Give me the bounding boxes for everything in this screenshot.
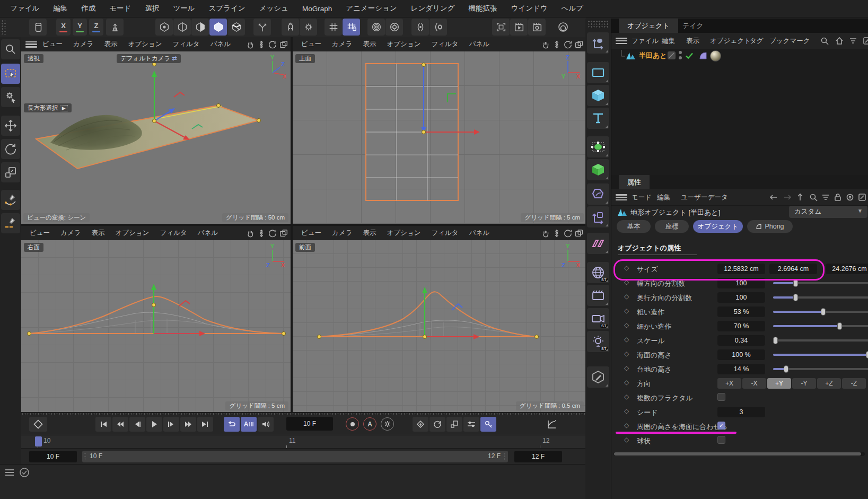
range-end-field[interactable]: 12 F	[514, 451, 562, 462]
status-check-icon[interactable]	[19, 467, 30, 478]
status-menu-icon[interactable]	[4, 468, 15, 477]
vp1-menu-filter[interactable]: フィルタ	[167, 40, 205, 49]
model-mode-button[interactable]	[173, 19, 191, 36]
depth-segments-slider[interactable]	[773, 295, 868, 300]
am-search-icon[interactable]	[808, 192, 819, 203]
point-mode-button[interactable]	[191, 19, 209, 36]
tab-phong[interactable]: Phong	[747, 220, 793, 233]
autokey-toggle-button[interactable]: A	[363, 417, 376, 431]
vp2-view-label[interactable]: 上面	[295, 54, 315, 63]
vp4-menu-filter[interactable]: フィルタ	[426, 229, 463, 238]
orientation-minus-y[interactable]: -Y	[792, 378, 816, 389]
menu-extensions[interactable]: 機能拡張	[462, 4, 504, 13]
om-home-icon[interactable]	[834, 36, 845, 46]
scale-tool[interactable]	[1, 162, 20, 182]
subdivision-surface-button[interactable]	[587, 183, 609, 205]
rectangle-selection-tool[interactable]	[1, 64, 20, 84]
vp4-menu-panel[interactable]: パネル	[464, 229, 495, 238]
menu-mesh[interactable]: メッシュ	[252, 4, 295, 13]
keyable-diamond-icon[interactable]: ◇	[624, 422, 629, 429]
tab-basic[interactable]: 基本	[617, 220, 651, 233]
am-lock-icon[interactable]	[832, 192, 843, 203]
plateau-level-field[interactable]: 14 %	[717, 364, 765, 374]
vp2-menu-filter[interactable]: フィルタ	[426, 40, 463, 49]
orbit-icon[interactable]	[563, 229, 573, 238]
editor-toggle[interactable]	[668, 51, 676, 59]
range-start-field[interactable]: 10 F	[29, 451, 77, 462]
menu-spline[interactable]: スプライン	[202, 4, 252, 13]
vp3-canvas[interactable]: 右面 グリッド間隔 : 5 cm Y X Z	[21, 240, 291, 412]
depth-segments-field[interactable]: 100	[717, 292, 765, 303]
am-hamburger-icon[interactable]	[616, 193, 627, 202]
range-left-grip[interactable]	[84, 452, 87, 461]
play-button[interactable]	[146, 417, 162, 432]
spline-primitive-button[interactable]	[587, 136, 609, 157]
current-frame-field[interactable]: 10 F	[286, 417, 333, 431]
orbit-icon[interactable]	[268, 229, 277, 238]
loop-mode-button[interactable]	[224, 417, 240, 432]
orientation-minus-x[interactable]: -X	[742, 378, 766, 389]
pan-hand-icon[interactable]	[541, 229, 550, 238]
previous-key-button[interactable]	[112, 417, 128, 432]
vp3-menu-view[interactable]: ビュー	[24, 229, 55, 238]
vp2-canvas[interactable]: 上面 グリッド間隔 : 5 cm Z X Y	[293, 51, 586, 224]
am-menu-userdata[interactable]: ユーザーデータ	[681, 193, 728, 202]
stage-object-button[interactable]	[587, 285, 609, 306]
pan-hand-icon[interactable]	[246, 229, 255, 238]
orientation-plus-z[interactable]: +Z	[817, 378, 841, 389]
falloff-settings-button[interactable]	[385, 19, 403, 36]
sea-level-slider[interactable]	[773, 352, 868, 357]
fine-furrows-slider[interactable]	[773, 323, 868, 329]
dolly-icon[interactable]	[552, 229, 562, 238]
om-edit-icon[interactable]	[862, 36, 868, 46]
orbit-icon[interactable]	[268, 40, 277, 49]
menu-create[interactable]: 作成	[74, 4, 102, 13]
tool-hint-expand-icon[interactable]: ▶	[60, 105, 68, 111]
vp1-view-label[interactable]: 透視	[24, 54, 43, 63]
keyable-diamond-icon[interactable]: ◇	[624, 350, 629, 357]
visibility-dot-top[interactable]	[679, 51, 682, 54]
snap-magnet-button[interactable]	[282, 19, 299, 36]
menu-mograph[interactable]: MoGraph	[295, 5, 339, 13]
vp3-menu-options[interactable]: オプション	[110, 229, 154, 238]
spline-pen-tool[interactable]	[1, 190, 20, 210]
vp1-camera-chip[interactable]: デフォルトカメラ ⇄	[117, 54, 181, 63]
tool-settings-button[interactable]	[1, 87, 20, 107]
menu-tools[interactable]: ツール	[166, 4, 201, 13]
vp1-menu-view[interactable]: ビュー	[37, 40, 68, 49]
rotate-tool[interactable]	[1, 139, 20, 159]
vp1-hamburger-icon[interactable]	[25, 40, 37, 49]
interactive-render-button[interactable]	[555, 19, 571, 36]
keyable-diamond-icon[interactable]: ◇	[624, 336, 629, 343]
pan-hand-icon[interactable]	[246, 40, 255, 49]
cube-primitive-button[interactable]	[587, 85, 609, 106]
goto-start-button[interactable]	[95, 417, 111, 432]
vp3-menu-filter[interactable]: フィルタ	[154, 229, 192, 238]
vp2-menu-options[interactable]: オプション	[381, 40, 426, 49]
am-forward-icon[interactable]	[782, 192, 793, 203]
render-picture-viewer-button[interactable]	[510, 19, 528, 36]
tab-object[interactable]: オブジェクト	[693, 220, 743, 233]
instance-object-button[interactable]	[587, 206, 609, 227]
multifractal-checkbox[interactable]	[717, 393, 725, 401]
key-lock-button[interactable]	[480, 417, 496, 432]
sky-environment-button[interactable]: ST	[587, 262, 609, 283]
keyable-diamond-icon[interactable]: ◇	[624, 321, 629, 329]
vp2-menu-camera[interactable]: カメラ	[327, 40, 357, 49]
width-segments-field[interactable]: 100	[717, 278, 765, 288]
keyable-diamond-icon[interactable]: ◇	[624, 264, 629, 272]
fcurve-editor-button[interactable]	[544, 417, 560, 432]
coordinate-system-button[interactable]	[106, 19, 124, 36]
vp3-view-label[interactable]: 右面	[24, 243, 43, 252]
array-symmetry-button[interactable]	[587, 233, 609, 254]
menu-help[interactable]: ヘルプ	[555, 4, 590, 13]
render-view-button[interactable]	[492, 19, 510, 36]
timeline-drag-handle[interactable]	[21, 413, 586, 416]
strip-drag-handle[interactable]	[588, 20, 609, 29]
enabled-check-icon[interactable]	[685, 51, 694, 60]
maximize-view-icon[interactable]	[574, 229, 584, 238]
am-filter-icon[interactable]	[820, 192, 831, 203]
vp3-menu-camera[interactable]: カメラ	[55, 229, 86, 238]
keyable-diamond-icon[interactable]: ◇	[624, 436, 629, 443]
tab-objects[interactable]: オブジェクト	[619, 19, 678, 33]
